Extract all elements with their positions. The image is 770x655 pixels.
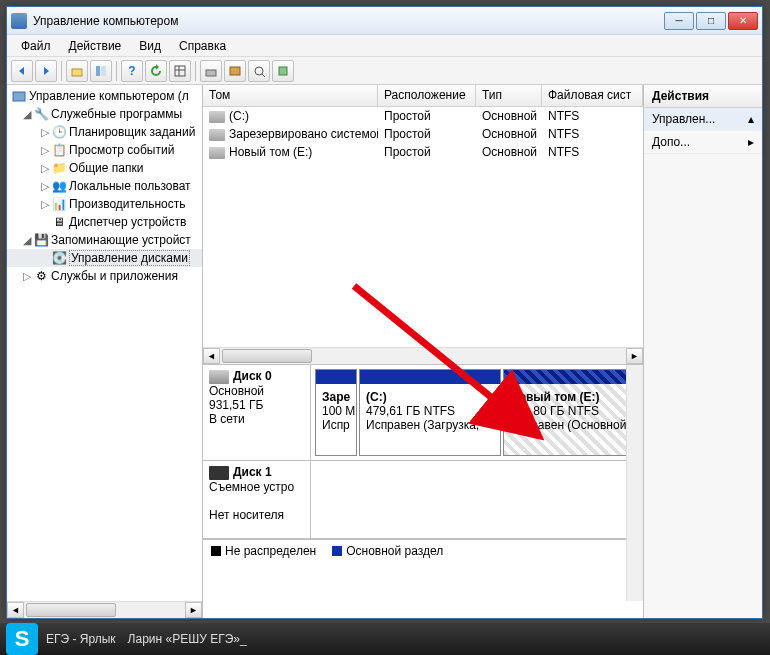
minimize-button[interactable]: ─ <box>664 12 694 30</box>
titlebar[interactable]: Управление компьютером ─ □ ✕ <box>7 7 762 35</box>
partition-reserved[interactable]: Заре100 МИспр <box>315 369 357 456</box>
up-button[interactable] <box>66 60 88 82</box>
col-type[interactable]: Тип <box>476 85 542 106</box>
tree-evt[interactable]: ▷📋Просмотр событий <box>7 141 202 159</box>
tree-pane: Управление компьютером (л ◢🔧Служебные пр… <box>7 85 203 618</box>
tree-hscroll[interactable]: ◄► <box>7 601 202 618</box>
col-volume[interactable]: Том <box>203 85 378 106</box>
app-icon <box>11 13 27 29</box>
tree-root[interactable]: Управление компьютером (л <box>7 87 202 105</box>
menu-help[interactable]: Справка <box>171 37 234 55</box>
window: Управление компьютером ─ □ ✕ Файл Действ… <box>6 6 763 619</box>
svg-rect-7 <box>279 67 287 75</box>
tree-svc[interactable]: ◢🔧Служебные программы <box>7 105 202 123</box>
volume-row[interactable]: Зарезервировано системойПростойОсновнойN… <box>203 125 643 143</box>
legend-unalloc-swatch <box>211 546 221 556</box>
col-fs[interactable]: Файловая сист <box>542 85 643 106</box>
svg-rect-5 <box>230 67 240 75</box>
tree-diskmgmt[interactable]: 💽Управление дисками <box>7 249 202 267</box>
tree-sched[interactable]: ▷🕒Планировщик заданий <box>7 123 202 141</box>
tree-shared[interactable]: ▷📁Общие папки <box>7 159 202 177</box>
tree-services[interactable]: ▷⚙Службы и приложения <box>7 267 202 285</box>
chevron-up-icon: ▴ <box>748 112 754 126</box>
disk-tool2-button[interactable] <box>224 60 246 82</box>
disk-icon <box>209 370 229 384</box>
legend-primary-swatch <box>332 546 342 556</box>
svg-rect-4 <box>206 70 216 76</box>
action-manage[interactable]: Управлен...▴ <box>644 108 762 131</box>
actions-pane: Действия Управлен...▴ Допо...▸ <box>644 85 762 618</box>
volume-row[interactable]: (C:)ПростойОсновнойNTFS <box>203 107 643 125</box>
action-more[interactable]: Допо...▸ <box>644 131 762 154</box>
partition-e[interactable]: Новый том (E:)451,80 ГБ NTFSИсправен (Ос… <box>503 369 633 456</box>
actions-header: Действия <box>644 85 762 108</box>
tree-perf[interactable]: ▷📊Производительность <box>7 195 202 213</box>
show-hide-button[interactable] <box>90 60 112 82</box>
content-pane: Том Расположение Тип Файловая сист (C:)П… <box>203 85 644 618</box>
volume-row[interactable]: Новый том (E:)ПростойОсновнойNTFS <box>203 143 643 161</box>
svg-rect-0 <box>72 69 82 76</box>
settings-button[interactable] <box>169 60 191 82</box>
disk-tool3-button[interactable] <box>248 60 270 82</box>
disk0-info[interactable]: Диск 0 Основной 931,51 ГБ В сети <box>203 365 311 460</box>
svg-rect-2 <box>101 66 106 76</box>
disk-vscroll[interactable] <box>626 365 643 601</box>
menu-file[interactable]: Файл <box>13 37 59 55</box>
taskbar-skype-icon[interactable]: S <box>6 623 38 655</box>
maximize-button[interactable]: □ <box>696 12 726 30</box>
taskbar[interactable]: S ЕГЭ - Ярлык Ларин «РЕШУ ЕГЭ»_ <box>0 623 770 655</box>
tree-devmgr[interactable]: 🖥Диспетчер устройств <box>7 213 202 231</box>
disk-tool1-button[interactable] <box>200 60 222 82</box>
close-button[interactable]: ✕ <box>728 12 758 30</box>
back-button[interactable] <box>11 60 33 82</box>
forward-button[interactable] <box>35 60 57 82</box>
svg-rect-3 <box>175 66 185 76</box>
svg-rect-8 <box>13 92 25 101</box>
svg-point-6 <box>255 67 263 75</box>
window-title: Управление компьютером <box>33 14 664 28</box>
toolbar: ? <box>7 57 762 85</box>
tree-users[interactable]: ▷👥Локальные пользоват <box>7 177 202 195</box>
menubar: Файл Действие Вид Справка <box>7 35 762 57</box>
drive-icon <box>209 129 225 141</box>
partition-c[interactable]: (C:)479,61 ГБ NTFSИсправен (Загрузка, <box>359 369 501 456</box>
disk-icon <box>209 466 229 480</box>
tree-storage[interactable]: ◢💾Запоминающие устройст <box>7 231 202 249</box>
vol-hscroll[interactable]: ◄► <box>203 347 643 364</box>
legend: Не распределен Основной раздел <box>203 539 643 561</box>
help-button[interactable]: ? <box>121 60 143 82</box>
menu-view[interactable]: Вид <box>131 37 169 55</box>
taskbar-item[interactable]: Ларин «РЕШУ ЕГЭ»_ <box>124 626 251 652</box>
drive-icon <box>209 111 225 123</box>
disk1-info[interactable]: Диск 1 Съемное устро Нет носителя <box>203 461 311 538</box>
disk0-row: Диск 0 Основной 931,51 ГБ В сети Заре100… <box>203 365 643 461</box>
disk1-row: Диск 1 Съемное устро Нет носителя <box>203 461 643 539</box>
disk-tool4-button[interactable] <box>272 60 294 82</box>
svg-rect-1 <box>96 66 100 76</box>
chevron-right-icon: ▸ <box>748 135 754 149</box>
col-layout[interactable]: Расположение <box>378 85 476 106</box>
refresh-button[interactable] <box>145 60 167 82</box>
drive-icon <box>209 147 225 159</box>
taskbar-item[interactable]: ЕГЭ - Ярлык <box>42 626 120 652</box>
volume-header: Том Расположение Тип Файловая сист <box>203 85 643 107</box>
volume-list: Том Расположение Тип Файловая сист (C:)П… <box>203 85 643 365</box>
disk-map: Диск 0 Основной 931,51 ГБ В сети Заре100… <box>203 365 643 618</box>
menu-action[interactable]: Действие <box>61 37 130 55</box>
